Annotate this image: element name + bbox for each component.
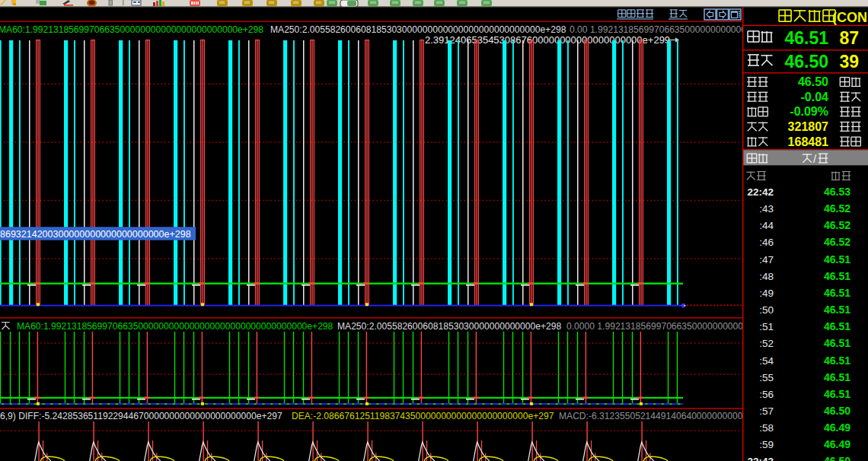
svg-text::50: :50 xyxy=(759,304,774,316)
svg-text:46.50: 46.50 xyxy=(798,75,828,88)
svg-text:46.51: 46.51 xyxy=(824,320,850,332)
svg-text:87: 87 xyxy=(839,28,859,48)
svg-text:0.00 1.99213185699706635000000: 0.00 1.992131856997066350000000000000000… xyxy=(570,24,742,35)
svg-text::58: :58 xyxy=(759,422,774,434)
svg-text::56: :56 xyxy=(759,389,774,400)
svg-text:-0.04: -0.04 xyxy=(801,91,829,103)
svg-text:46.50: 46.50 xyxy=(824,405,850,417)
svg-text:46.51: 46.51 xyxy=(824,304,850,316)
svg-text:46.52: 46.52 xyxy=(824,219,850,231)
svg-text:MA250:2.0055826006081853030000: MA250:2.00558260060818530300000000000000… xyxy=(270,24,566,35)
svg-text:46.52: 46.52 xyxy=(824,202,850,215)
svg-text:46.53: 46.53 xyxy=(824,186,850,198)
svg-text::48: :48 xyxy=(759,271,774,282)
svg-text:168481: 168481 xyxy=(788,135,828,148)
svg-text:(CON: (CON xyxy=(832,10,867,25)
svg-text:46.51: 46.51 xyxy=(824,253,850,265)
svg-text:22:43: 22:43 xyxy=(747,456,774,461)
svg-text:-0.09%: -0.09% xyxy=(790,105,828,118)
svg-text:MA60:1.99213185699706635000000: MA60:1.992131856997066350000000000000000… xyxy=(0,24,263,35)
svg-text:2.3912406535453086760000000000: 2.39124065354530867600000000000000000000… xyxy=(425,34,670,46)
svg-text:6,9) DIFF:-5.24285365119229446: 6,9) DIFF:-5.242853651192294467000000000… xyxy=(0,411,282,421)
svg-text:MACD:-6.3123550521449140640000: MACD:-6.31235505214491406400000000000000… xyxy=(559,411,742,421)
svg-text::54: :54 xyxy=(759,355,774,367)
svg-text::51: :51 xyxy=(759,321,774,332)
svg-text:46.51: 46.51 xyxy=(784,28,828,48)
svg-text:46.51: 46.51 xyxy=(824,287,850,299)
svg-text:321807: 321807 xyxy=(788,120,828,133)
svg-text:DEA:-2.08667612511983743500000: DEA:-2.086676125119837435000000000000000… xyxy=(292,411,554,421)
svg-text:MA60:1.99213185699706635000000: MA60:1.992131856997066350000000000000000… xyxy=(17,321,333,332)
svg-text::52: :52 xyxy=(759,338,774,349)
svg-text::46: :46 xyxy=(759,237,774,248)
svg-text:0.0000 1.992131856997066350000: 0.0000 1.9921318569970663500000000000000… xyxy=(566,321,742,332)
svg-text::57: :57 xyxy=(759,405,774,417)
svg-text::47: :47 xyxy=(759,254,774,265)
svg-text::49: :49 xyxy=(759,288,774,299)
svg-text:46.52: 46.52 xyxy=(824,236,850,248)
svg-text::43: :43 xyxy=(759,203,774,215)
svg-text:46.51: 46.51 xyxy=(824,354,850,367)
svg-text::55: :55 xyxy=(759,372,774,383)
svg-text:46.51: 46.51 xyxy=(824,337,850,349)
svg-text:46.51: 46.51 xyxy=(824,388,850,400)
svg-text::59: :59 xyxy=(759,439,774,450)
svg-text:46.50: 46.50 xyxy=(784,52,828,72)
svg-text:46.51: 46.51 xyxy=(824,371,850,383)
svg-text:46.49: 46.49 xyxy=(824,421,850,434)
svg-text:39: 39 xyxy=(839,52,859,72)
svg-text:MA250:2.0055826006081853030000: MA250:2.0055826006081853030000000000000e… xyxy=(337,321,562,332)
svg-text:46.49: 46.49 xyxy=(824,438,850,450)
svg-text:46.50: 46.50 xyxy=(824,455,850,461)
svg-text::44: :44 xyxy=(759,220,774,231)
svg-text:46.51: 46.51 xyxy=(824,270,850,282)
svg-text:869321420030000000000000000000: 8693214200300000000000000000000e+298 xyxy=(0,229,191,240)
svg-text:22:42: 22:42 xyxy=(747,186,774,198)
